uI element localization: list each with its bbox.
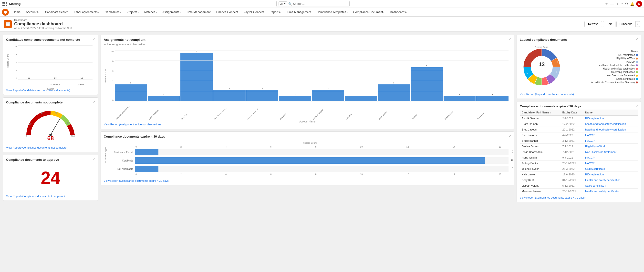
assignments-not-compliant-subtitle: active assignments not checked in [104, 43, 511, 46]
assignments-not-compliant-card: Assignments not compliant active assignm… [100, 35, 514, 129]
nav-payroll[interactable]: Payroll Connect [241, 8, 266, 16]
nav-compliance-templates[interactable]: Compliance Templates ▾ [314, 8, 350, 16]
help-icon[interactable]: ? [621, 2, 623, 6]
y-tick: 8 [112, 60, 114, 62]
name-link[interactable]: HACCP [585, 139, 595, 142]
name-link[interactable]: Health and safety certification [585, 179, 620, 182]
legend-item: Eligibility to Work [566, 57, 638, 60]
assign-x-label: Larson-Becker [378, 103, 410, 120]
view-report-expire-mid[interactable]: View Report (Compliance documents expire… [104, 179, 511, 182]
expand-icon[interactable]: ⤢ [93, 37, 96, 41]
bell-icon[interactable]: 🔔 [630, 2, 634, 6]
settings-icon[interactable]: ⚙ [625, 2, 628, 6]
expand-icon[interactable]: ⤢ [93, 157, 96, 161]
chevron-down-icon: ▾ [156, 11, 157, 13]
nav-assignments[interactable]: Assignments ▾ [160, 8, 183, 16]
nav-dashboards[interactable]: Dashboards ▾ [388, 8, 410, 16]
nav-reports[interactable]: Reports ▾ [267, 8, 284, 16]
search-scope-select[interactable]: All ▾ [278, 1, 287, 6]
nav-time-mgmt2[interactable]: Time Management [284, 8, 314, 16]
nav-compliance-document[interactable]: Compliance Document ▾ [351, 8, 387, 16]
donut-center-num: 12 [539, 61, 545, 67]
minus-icon[interactable]: — [610, 2, 614, 6]
bar-value: 2 [229, 87, 230, 89]
name-link[interactable]: Health and safety certification [585, 190, 620, 193]
candidate-cell: Jeffrey Backs [520, 161, 560, 166]
name-link[interactable]: Sales certificate I [585, 184, 606, 187]
name-link[interactable]: OSHA certificate [585, 167, 605, 170]
refresh-button[interactable]: Refresh [584, 21, 602, 27]
view-report-expire-right[interactable]: View Report (Compliance documents expire… [520, 196, 638, 199]
doc-bar-value: 1 [512, 167, 514, 170]
legend-label: health and food safety certification [598, 64, 635, 67]
segment-label: 2 [556, 71, 557, 73]
view-report-to-approve[interactable]: View Report (Compliance documents to app… [6, 195, 95, 198]
page-subtitle: As of 22-mrt.-2022 14:53 Viewing as Norm… [14, 26, 72, 29]
nav-labor[interactable]: Labor agreements ▾ [71, 8, 102, 16]
name-link[interactable]: health and food safety certification [585, 122, 626, 125]
table-row: Evvie Beardsdale7-12-2021Non Disclosure … [520, 149, 638, 155]
assign-bar-group: 1 [279, 50, 311, 101]
view-report-not-complete[interactable]: View Report (Compliance documents not co… [6, 146, 95, 149]
lapsed-compliance-card: Lapsed compliance documents ⤢ Record Cou… [516, 35, 641, 99]
table-row: Harry Griffith9-7-2021HACCP [520, 155, 638, 161]
app-grid-icon[interactable] [2, 1, 7, 6]
expand-icon[interactable]: ⤢ [509, 37, 512, 41]
segment-label: 1 [530, 80, 532, 83]
legend-item: health and food safety certification [566, 64, 638, 67]
bar-value: 1 [459, 93, 460, 95]
y-axis-label: Document Type [104, 147, 107, 163]
assign-bar [148, 96, 180, 101]
expand-icon[interactable]: ⤢ [509, 134, 512, 138]
nav-matches[interactable]: Matches ▾ [142, 8, 160, 16]
expand-icon[interactable]: ⤢ [636, 104, 638, 107]
name-link[interactable]: health and food safety certification [585, 128, 626, 131]
nav-candidates[interactable]: Candidates ▾ [102, 8, 124, 16]
bar-value: 1 [360, 93, 361, 95]
nav-candidate-search[interactable]: Candidate Search [42, 8, 71, 16]
view-report-lapsed[interactable]: View Report (Lapsed compliance documents… [520, 93, 638, 96]
name-link[interactable]: HACCP [585, 156, 595, 159]
col-candidate[interactable]: Candidate: Full Name ↑ [520, 110, 560, 116]
compliance-expire-table-card: Compliance documents expire < 30 days ⤢ … [516, 101, 641, 202]
y-tick: 10 [111, 50, 114, 53]
candidate-cell: Bram Drunen [520, 121, 560, 127]
nav-accounts[interactable]: Accounts ▾ [24, 8, 42, 16]
name-cell: health and food safety certification [583, 121, 638, 127]
name-link[interactable]: BIG registration [585, 117, 604, 120]
nav-finance[interactable]: Finance Connect [214, 8, 241, 16]
svg-point-0 [4, 11, 7, 14]
legend-dot [636, 68, 638, 70]
nav-projects[interactable]: Projects ▾ [124, 8, 141, 16]
expand-icon[interactable]: ⤢ [636, 37, 638, 41]
name-link[interactable]: Non Disclosure Statement [585, 151, 616, 153]
plus-icon[interactable]: ＋ [616, 2, 619, 6]
edit-button[interactable]: Edit [603, 21, 616, 27]
expand-icon[interactable]: ⤢ [93, 100, 96, 103]
table-header-row: Candidate: Full Name ↑ Expiry Date Name [520, 110, 638, 116]
expiry-cell: 3-12-2021 [560, 138, 583, 144]
nav-time-mgmt[interactable]: Time Management [184, 8, 213, 16]
name-link[interactable]: HACCP [585, 134, 595, 137]
assign-bar [410, 67, 443, 101]
subscribe-button-split: Subscribe ▾ [616, 21, 640, 27]
nav-home[interactable]: Home [10, 8, 23, 16]
view-report-assignments[interactable]: View Report (Assignment active not check… [104, 123, 511, 126]
y-tick: 2 [112, 89, 114, 92]
subscribe-dropdown[interactable]: ▾ [636, 21, 640, 27]
search-input[interactable] [293, 2, 342, 5]
col-expiry[interactable]: Expiry Date [560, 110, 583, 116]
x-label: Lapsed [68, 83, 92, 86]
legend-dot [636, 71, 638, 73]
x-ticks-bottom: 0 2 4 6 8 10 12 14 16 [111, 172, 508, 175]
star-icon[interactable]: ☆ [605, 2, 608, 6]
compliance-not-complete-title: Compliance documents not complete [6, 100, 95, 104]
name-link[interactable]: HACCP [585, 162, 595, 165]
name-link[interactable]: Eligibility to Work [585, 145, 606, 148]
donut-container: Record Count [520, 43, 638, 91]
col-name[interactable]: Name [583, 110, 638, 116]
subscribe-button[interactable]: Subscribe [616, 21, 636, 27]
x-labels: - Submitted Lapsed [18, 83, 92, 86]
bars-container: 23 24 12 [18, 45, 92, 79]
name-link[interactable]: BIG registration [585, 173, 604, 176]
